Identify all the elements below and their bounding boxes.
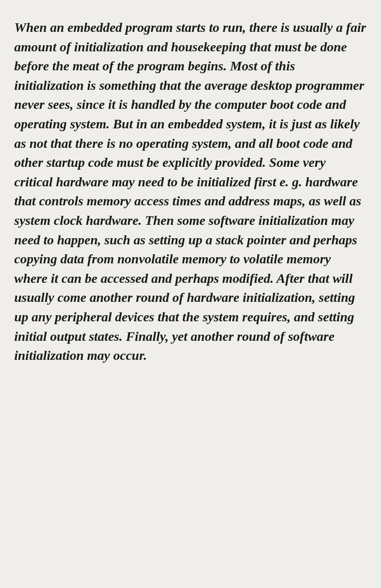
main-paragraph: When an embedded program starts to run, … xyxy=(14,18,367,366)
page-container: When an embedded program starts to run, … xyxy=(10,10,371,374)
